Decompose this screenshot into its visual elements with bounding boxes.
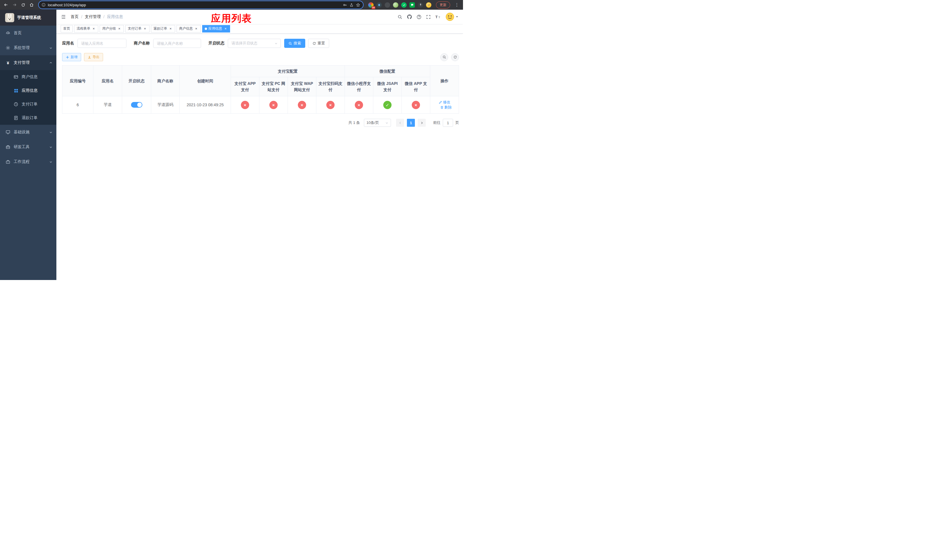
merchant-name-input[interactable] [153, 39, 201, 48]
sidebar-item-pay-orders[interactable]: 支付订单 [0, 97, 56, 111]
enabled-toggle[interactable] [131, 102, 142, 107]
status-label: 开启状态 [209, 41, 224, 46]
browser-back-button[interactable] [2, 1, 10, 9]
extension-chat-icon[interactable] [410, 2, 415, 8]
extension-dark-icon[interactable] [385, 2, 390, 8]
sidebar-item-infra[interactable]: 基础设施 [0, 125, 56, 139]
add-button[interactable]: 新增 [62, 53, 81, 61]
payment-submenu: 商户信息 应用信息 支付订单 退款订单 [0, 70, 56, 125]
close-icon[interactable]: × [92, 27, 96, 31]
col-actions: 操作 [430, 65, 459, 96]
help-icon[interactable] [416, 15, 421, 20]
browser-update-button[interactable]: 更新 [436, 2, 450, 9]
export-button[interactable]: 导出 [84, 53, 103, 61]
status-select[interactable]: 请选择开启状态 [228, 39, 281, 48]
github-icon[interactable] [407, 14, 412, 20]
svg-text:T: T [439, 16, 440, 19]
col-alipay-qr: 支付宝扫码支付 [316, 77, 345, 96]
sidebar-item-app-info[interactable]: 应用信息 [0, 84, 56, 97]
extension-emoji-icon[interactable] [426, 2, 431, 8]
breadcrumb-separator: / [81, 15, 82, 19]
breadcrumb-separator: / [103, 15, 104, 19]
order-clock-icon [14, 102, 18, 106]
close-icon[interactable]: × [169, 27, 172, 31]
sidebar-item-dev-tools[interactable]: 研发工具 [0, 139, 56, 154]
extension-colorful-icon[interactable]: 10 [368, 2, 374, 8]
logo-avatar [5, 13, 14, 22]
extension-badge: 10 [372, 6, 375, 9]
tab-refund-orders[interactable]: 退款订单× [151, 25, 175, 32]
chevron-right-icon [420, 121, 424, 124]
share-icon[interactable] [350, 3, 354, 7]
tags-view: 首页 流程表单× 用户分组× 支付订单× 退款订单× 商户信息× 应用信息× [56, 24, 463, 33]
browser-reload-button[interactable] [20, 1, 27, 9]
goto-page-input[interactable] [443, 119, 453, 127]
trash-icon [440, 106, 443, 109]
site-info-icon[interactable] [42, 3, 45, 7]
app-name-input[interactable] [77, 39, 126, 48]
next-page-button[interactable] [418, 119, 426, 127]
tab-app-info[interactable]: 应用信息× [202, 25, 230, 32]
tab-pay-orders[interactable]: 支付订单× [125, 25, 150, 32]
close-icon[interactable]: × [143, 27, 147, 31]
page-number-1[interactable]: 1 [407, 119, 415, 127]
extension-pin-icon[interactable] [418, 2, 423, 8]
alipay-wap-status-icon: × [298, 101, 306, 109]
bookmark-star-icon[interactable] [356, 3, 360, 7]
extension-avatar-icon[interactable] [393, 2, 398, 8]
edit-button[interactable]: 修改 [439, 100, 451, 105]
reset-button[interactable]: 重置 [308, 39, 329, 48]
browser-home-button[interactable] [28, 1, 35, 9]
tab-user-group[interactable]: 用户分组× [100, 25, 124, 32]
hamburger-icon[interactable] [61, 14, 66, 20]
delete-button[interactable]: 删除 [440, 105, 452, 110]
prev-page-button[interactable] [396, 119, 404, 127]
browser-forward-button[interactable] [11, 1, 18, 9]
breadcrumb-home[interactable]: 首页 [71, 14, 79, 20]
tab-merchant-info[interactable]: 商户信息× [177, 25, 201, 32]
sidebar-item-label: 支付订单 [22, 102, 52, 107]
fullscreen-icon[interactable] [426, 15, 431, 20]
close-icon[interactable]: × [224, 27, 227, 31]
col-wechat-app: 微信 APP 支付 [402, 77, 430, 96]
page-size-select[interactable]: 10条/页 [364, 119, 391, 127]
sidebar-item-payment[interactable]: ¥ 支付管理 [0, 55, 56, 70]
sidebar-item-merchant-info[interactable]: 商户信息 [0, 70, 56, 84]
breadcrumb-payment[interactable]: 支付管理 [85, 14, 101, 20]
address-bar[interactable]: localhost:1024/pay/app [39, 1, 363, 9]
breadcrumb: 首页 / 支付管理 / 应用信息 [71, 14, 123, 20]
tab-process-form[interactable]: 流程表单× [74, 25, 98, 32]
close-icon[interactable]: × [194, 27, 198, 31]
table-group-header-row: 应用编号 应用名 开启状态 商户名称 创建时间 支付宝配置 微信配置 操作 [62, 65, 459, 77]
sidebar-logo[interactable]: 芋道管理系统 [0, 10, 56, 26]
browser-menu-button[interactable]: ⋮ [453, 2, 461, 8]
extension-blue-icon[interactable] [377, 2, 382, 8]
user-menu[interactable] [446, 12, 458, 21]
extension-wechat-devtools-icon[interactable] [401, 2, 407, 8]
sidebar-item-label: 系统管理 [14, 45, 46, 50]
password-key-icon[interactable] [343, 3, 347, 7]
yen-icon: ¥ [6, 61, 10, 65]
refresh-table-button[interactable] [451, 53, 459, 61]
sidebar-item-workflow[interactable]: 工作流程 [0, 154, 56, 169]
search-button[interactable]: 搜索 [284, 39, 305, 48]
pagination: 共 1 条 10条/页 1 前往 页 [62, 119, 459, 127]
header-search-icon[interactable] [398, 15, 402, 20]
font-size-icon[interactable]: TT [436, 15, 441, 19]
tab-home[interactable]: 首页 [61, 25, 73, 32]
close-icon[interactable]: × [117, 27, 121, 31]
sidebar-item-refund-orders[interactable]: 退款订单 [0, 111, 56, 125]
table-toolbar: 新增 导出 [62, 53, 459, 61]
download-icon [88, 56, 91, 59]
toggle-search-button[interactable] [440, 53, 448, 61]
chevron-down-icon [49, 160, 52, 163]
sidebar-item-system[interactable]: 系统管理 [0, 41, 56, 55]
sidebar-item-home[interactable]: 首页 [0, 26, 56, 41]
chevron-down-icon [49, 131, 52, 134]
wechat-app-status-icon: × [412, 101, 420, 109]
col-group-alipay: 支付宝配置 [231, 65, 345, 77]
sidebar-item-label: 商户信息 [22, 74, 52, 79]
app-table: 应用编号 应用名 开启状态 商户名称 创建时间 支付宝配置 微信配置 操作 支付… [62, 65, 459, 114]
goto-suffix: 页 [455, 120, 459, 125]
app-title: 芋道管理系统 [17, 15, 41, 20]
